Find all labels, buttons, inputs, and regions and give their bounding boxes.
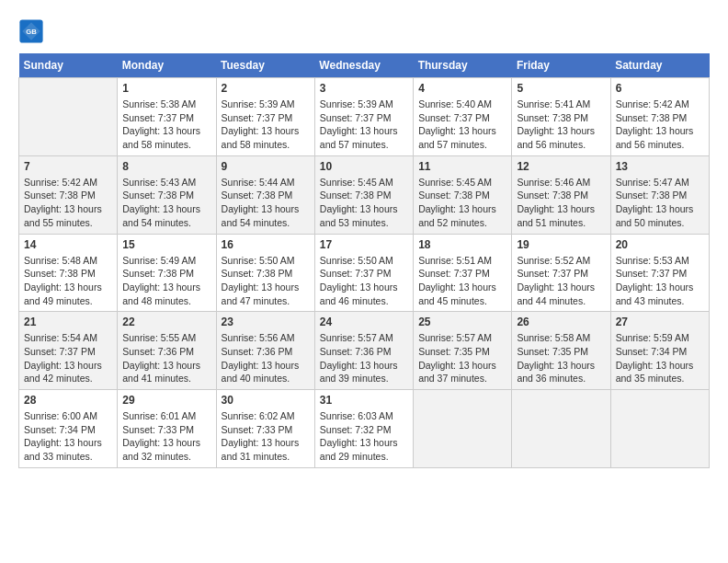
calendar-cell: 31Sunrise: 6:03 AMSunset: 7:32 PMDayligh…	[314, 390, 413, 468]
day-number: 28	[24, 394, 112, 407]
day-number: 5	[517, 82, 605, 95]
day-info: Sunrise: 5:59 AMSunset: 7:34 PMDaylight:…	[616, 331, 704, 385]
calendar-cell: 30Sunrise: 6:02 AMSunset: 7:33 PMDayligh…	[216, 390, 314, 468]
calendar-week-3: 14Sunrise: 5:48 AMSunset: 7:38 PMDayligh…	[19, 234, 710, 312]
calendar-cell: 21Sunrise: 5:54 AMSunset: 7:37 PMDayligh…	[19, 312, 118, 390]
day-info: Sunrise: 5:44 AMSunset: 7:38 PMDaylight:…	[222, 176, 310, 230]
calendar-cell: 26Sunrise: 5:58 AMSunset: 7:35 PMDayligh…	[512, 312, 610, 390]
calendar-table: SundayMondayTuesdayWednesdayThursdayFrid…	[18, 53, 710, 468]
day-info: Sunrise: 5:39 AMSunset: 7:37 PMDaylight:…	[320, 98, 408, 152]
calendar-body: 1Sunrise: 5:38 AMSunset: 7:37 PMDaylight…	[19, 78, 710, 468]
day-info: Sunrise: 5:57 AMSunset: 7:36 PMDaylight:…	[320, 331, 408, 385]
calendar-cell: 24Sunrise: 5:57 AMSunset: 7:36 PMDayligh…	[314, 312, 413, 390]
day-number: 14	[24, 238, 112, 251]
day-number: 12	[517, 160, 605, 173]
day-number: 18	[418, 238, 506, 251]
calendar-week-5: 28Sunrise: 6:00 AMSunset: 7:34 PMDayligh…	[19, 390, 710, 468]
day-number: 2	[222, 82, 310, 95]
calendar-cell: 8Sunrise: 5:43 AMSunset: 7:38 PMDaylight…	[118, 155, 216, 234]
day-info: Sunrise: 5:41 AMSunset: 7:38 PMDaylight:…	[517, 98, 605, 152]
calendar-cell: 23Sunrise: 5:56 AMSunset: 7:36 PMDayligh…	[216, 312, 314, 390]
page-header: GB	[18, 18, 710, 44]
day-number: 20	[616, 238, 704, 251]
day-info: Sunrise: 6:00 AMSunset: 7:34 PMDaylight:…	[24, 409, 112, 464]
calendar-cell: 17Sunrise: 5:50 AMSunset: 7:37 PMDayligh…	[314, 234, 413, 312]
weekday-header-tuesday: Tuesday	[216, 53, 314, 78]
day-info: Sunrise: 5:40 AMSunset: 7:37 PMDaylight:…	[418, 98, 506, 152]
weekday-header-sunday: Sunday	[19, 53, 118, 78]
logo: GB	[18, 18, 48, 44]
day-info: Sunrise: 5:46 AMSunset: 7:38 PMDaylight:…	[517, 176, 605, 230]
day-number: 19	[517, 238, 605, 251]
day-number: 1	[122, 82, 210, 95]
calendar-cell	[414, 390, 512, 468]
day-info: Sunrise: 5:56 AMSunset: 7:36 PMDaylight:…	[222, 331, 310, 385]
day-info: Sunrise: 5:43 AMSunset: 7:38 PMDaylight:…	[122, 176, 210, 230]
calendar-cell: 28Sunrise: 6:00 AMSunset: 7:34 PMDayligh…	[19, 390, 118, 468]
day-number: 15	[122, 238, 210, 251]
day-number: 9	[222, 160, 310, 173]
day-number: 21	[24, 316, 112, 328]
calendar-cell: 9Sunrise: 5:44 AMSunset: 7:38 PMDaylight…	[216, 155, 314, 234]
day-info: Sunrise: 5:55 AMSunset: 7:36 PMDaylight:…	[122, 331, 210, 385]
day-info: Sunrise: 5:53 AMSunset: 7:37 PMDaylight:…	[616, 254, 704, 308]
calendar-cell: 3Sunrise: 5:39 AMSunset: 7:37 PMDaylight…	[314, 78, 413, 156]
logo-icon: GB	[18, 18, 44, 44]
day-number: 7	[24, 160, 112, 173]
calendar-cell: 4Sunrise: 5:40 AMSunset: 7:37 PMDaylight…	[414, 78, 512, 156]
day-number: 26	[517, 316, 605, 328]
calendar-cell: 25Sunrise: 5:57 AMSunset: 7:35 PMDayligh…	[414, 312, 512, 390]
day-number: 31	[320, 394, 408, 407]
day-info: Sunrise: 5:54 AMSunset: 7:37 PMDaylight:…	[24, 331, 112, 385]
day-info: Sunrise: 5:42 AMSunset: 7:38 PMDaylight:…	[616, 98, 704, 152]
calendar-cell: 29Sunrise: 6:01 AMSunset: 7:33 PMDayligh…	[118, 390, 216, 468]
calendar-cell: 15Sunrise: 5:49 AMSunset: 7:38 PMDayligh…	[118, 234, 216, 312]
day-number: 23	[222, 316, 310, 328]
day-number: 17	[320, 238, 408, 251]
weekday-header-friday: Friday	[512, 53, 610, 78]
calendar-cell: 11Sunrise: 5:45 AMSunset: 7:38 PMDayligh…	[414, 155, 512, 234]
weekday-header-thursday: Thursday	[414, 53, 512, 78]
day-info: Sunrise: 5:51 AMSunset: 7:37 PMDaylight:…	[418, 254, 506, 308]
calendar-cell: 2Sunrise: 5:39 AMSunset: 7:37 PMDaylight…	[216, 78, 314, 156]
day-info: Sunrise: 5:39 AMSunset: 7:37 PMDaylight:…	[222, 98, 310, 152]
day-number: 4	[418, 82, 506, 95]
calendar-cell: 27Sunrise: 5:59 AMSunset: 7:34 PMDayligh…	[610, 312, 709, 390]
day-info: Sunrise: 6:01 AMSunset: 7:33 PMDaylight:…	[122, 409, 210, 464]
calendar-cell: 10Sunrise: 5:45 AMSunset: 7:38 PMDayligh…	[314, 155, 413, 234]
day-number: 3	[320, 82, 408, 95]
day-info: Sunrise: 5:48 AMSunset: 7:38 PMDaylight:…	[24, 254, 112, 308]
calendar-cell: 6Sunrise: 5:42 AMSunset: 7:38 PMDaylight…	[610, 78, 709, 156]
day-number: 27	[616, 316, 704, 328]
calendar-cell: 5Sunrise: 5:41 AMSunset: 7:38 PMDaylight…	[512, 78, 610, 156]
svg-text:GB: GB	[26, 28, 37, 36]
calendar-cell: 22Sunrise: 5:55 AMSunset: 7:36 PMDayligh…	[118, 312, 216, 390]
day-info: Sunrise: 5:57 AMSunset: 7:35 PMDaylight:…	[418, 331, 506, 385]
day-number: 30	[222, 394, 310, 407]
calendar-cell: 19Sunrise: 5:52 AMSunset: 7:37 PMDayligh…	[512, 234, 610, 312]
day-info: Sunrise: 5:50 AMSunset: 7:38 PMDaylight:…	[222, 254, 310, 308]
day-info: Sunrise: 5:49 AMSunset: 7:38 PMDaylight:…	[122, 254, 210, 308]
calendar-cell: 1Sunrise: 5:38 AMSunset: 7:37 PMDaylight…	[118, 78, 216, 156]
day-info: Sunrise: 5:52 AMSunset: 7:37 PMDaylight:…	[517, 254, 605, 308]
weekday-header-saturday: Saturday	[610, 53, 709, 78]
day-info: Sunrise: 5:45 AMSunset: 7:38 PMDaylight:…	[418, 176, 506, 230]
calendar-cell: 14Sunrise: 5:48 AMSunset: 7:38 PMDayligh…	[19, 234, 118, 312]
day-number: 25	[418, 316, 506, 328]
day-info: Sunrise: 5:50 AMSunset: 7:37 PMDaylight:…	[320, 254, 408, 308]
day-info: Sunrise: 6:02 AMSunset: 7:33 PMDaylight:…	[222, 409, 310, 464]
day-number: 6	[616, 82, 704, 95]
day-number: 13	[616, 160, 704, 173]
calendar-week-2: 7Sunrise: 5:42 AMSunset: 7:38 PMDaylight…	[19, 155, 710, 234]
day-number: 8	[122, 160, 210, 173]
weekday-header-row: SundayMondayTuesdayWednesdayThursdayFrid…	[19, 53, 710, 78]
calendar-cell: 13Sunrise: 5:47 AMSunset: 7:38 PMDayligh…	[610, 155, 709, 234]
calendar-cell: 12Sunrise: 5:46 AMSunset: 7:38 PMDayligh…	[512, 155, 610, 234]
day-number: 22	[122, 316, 210, 328]
calendar-week-4: 21Sunrise: 5:54 AMSunset: 7:37 PMDayligh…	[19, 312, 710, 390]
calendar-cell: 7Sunrise: 5:42 AMSunset: 7:38 PMDaylight…	[19, 155, 118, 234]
day-number: 11	[418, 160, 506, 173]
day-number: 16	[222, 238, 310, 251]
calendar-cell: 20Sunrise: 5:53 AMSunset: 7:37 PMDayligh…	[610, 234, 709, 312]
day-info: Sunrise: 6:03 AMSunset: 7:32 PMDaylight:…	[320, 409, 408, 464]
